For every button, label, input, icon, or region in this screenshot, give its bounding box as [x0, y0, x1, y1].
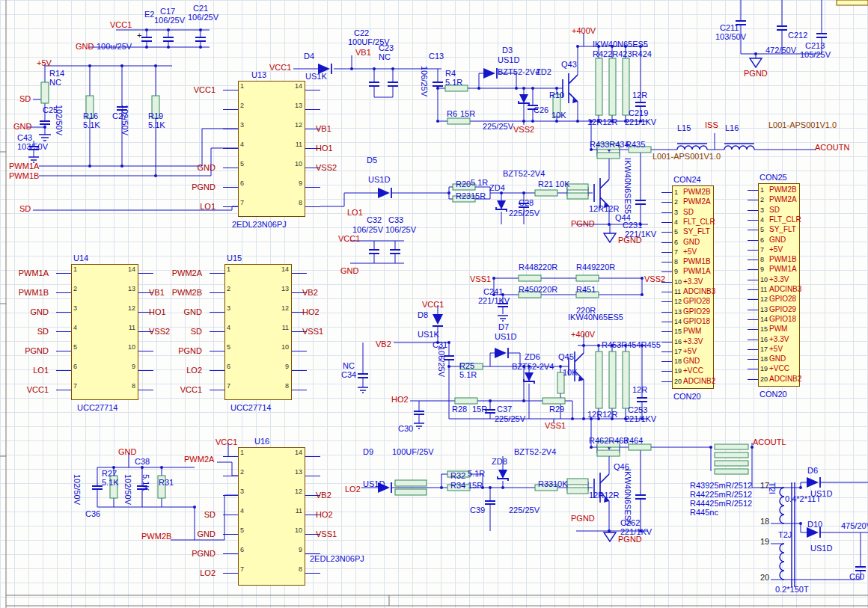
pin-number: 2 — [240, 102, 244, 109]
pin-number: 2 — [760, 196, 764, 203]
pin-stub — [661, 342, 672, 343]
pin-number: 5 — [240, 526, 244, 534]
pin-stub — [138, 390, 153, 390]
pin-number: 6 — [760, 236, 764, 244]
pin-stub — [748, 200, 758, 200]
component-label: C212 — [788, 31, 807, 40]
designator-u13: U13 — [251, 70, 266, 80]
designator-con25: CON25 — [760, 173, 787, 182]
pin-net-label: GPIO28 — [683, 297, 710, 305]
pin-stub — [748, 349, 758, 350]
part-number: 2EDL23N06PJ — [310, 554, 364, 564]
pin-number: 12 — [674, 298, 682, 305]
pin-number: 1 — [240, 449, 244, 456]
component-label: R20 — [456, 179, 471, 189]
pin-number: 12 — [269, 304, 289, 312]
net-label: VSS2 — [644, 274, 665, 284]
pin-stub — [661, 322, 672, 322]
part-number: UCC27714 — [77, 403, 117, 413]
pin-stub — [305, 90, 320, 90]
pin-net-label: PGND — [171, 549, 216, 558]
net-label: VB2 — [376, 340, 391, 349]
pin-net-label: GND — [683, 357, 700, 365]
pin-number: 4 — [73, 324, 77, 331]
component-label: 5.1K — [148, 120, 165, 130]
pin-number: 5 — [73, 343, 77, 351]
pin-number: 9 — [760, 265, 764, 273]
pin-stub — [661, 212, 672, 213]
pin-stub — [223, 534, 238, 535]
pin-number: 20 — [674, 378, 682, 385]
pin-stub — [292, 390, 307, 390]
pin-number: 7 — [240, 565, 244, 573]
net-label: LO1 — [347, 208, 363, 218]
component-label: BZT52-2V4 — [514, 447, 556, 457]
pin-stub — [748, 329, 758, 330]
diode-symbols[interactable] — [318, 64, 820, 538]
pin-net-label: VSS2 — [316, 163, 337, 172]
pin-stub — [223, 515, 238, 515]
pin-net-label: GND — [157, 307, 202, 316]
component-label: R43925mR/2512 — [690, 481, 752, 491]
component-label: NC — [343, 361, 355, 371]
component-label: ZD8 — [492, 457, 507, 467]
pin-net-label: ADCINB2 — [769, 375, 801, 383]
component-label: C21 — [193, 4, 208, 13]
pin-net-label: PWM1A — [4, 268, 49, 277]
pin-net-label: PWM — [683, 327, 701, 335]
pin-net-label: +5V — [683, 347, 697, 355]
pin-number: 11 — [269, 324, 289, 331]
pin-stub — [223, 495, 238, 496]
diode-bars — [331, 64, 820, 538]
pin-stub — [748, 319, 758, 320]
pin-stub — [223, 109, 238, 110]
component-label: 12R12R — [589, 204, 619, 214]
pin-net-label: PWM2B — [769, 185, 797, 194]
component-label: R31 — [159, 478, 174, 488]
pin-number: 15 — [674, 328, 682, 335]
component-label: D9 — [363, 447, 373, 457]
pin-stub — [661, 262, 672, 262]
pin-number: 7 — [674, 248, 678, 256]
component-label: NC — [379, 52, 391, 62]
pin-number: 14 — [760, 316, 768, 323]
pin-net-label: PGND — [171, 182, 216, 191]
component-label: BZT52-2V4 — [512, 362, 554, 372]
component-label: 0.2*150T — [775, 585, 809, 595]
component-label: R21 — [538, 179, 553, 189]
pin-stub — [748, 340, 758, 340]
designator-u14: U14 — [73, 254, 88, 263]
pin-net-label: +5V — [769, 345, 783, 353]
pin-stub — [661, 292, 672, 292]
pin-number: 1 — [227, 265, 230, 273]
pin-stub — [210, 273, 224, 274]
partial-connector — [837, 0, 868, 5]
pin-number: 4 — [240, 507, 244, 515]
pin-stub — [305, 206, 320, 207]
component-label: US1D — [810, 544, 832, 553]
pin-stub — [305, 109, 320, 110]
pin-net-label: PWM2B — [683, 188, 711, 196]
pin-net-label: PWM2A — [157, 268, 202, 277]
pin-net-label: LO1 — [4, 366, 49, 375]
component-label: E2 — [144, 10, 154, 19]
pin-net-label: GND — [171, 163, 216, 172]
component-label: BZT52-2V4 — [503, 169, 545, 179]
net-label: VB1 — [355, 48, 371, 58]
component-label: 106/25V — [385, 225, 416, 235]
pin-number: 12 — [283, 121, 302, 129]
component-label: C17 — [160, 7, 175, 16]
pin-stub — [223, 168, 238, 168]
pin-number: 10 — [116, 343, 135, 351]
pin-number-label: 17 — [760, 481, 769, 491]
component-label: C60 — [849, 572, 864, 582]
pin-number: 3 — [240, 121, 244, 129]
component-label: 225/25V — [495, 414, 525, 424]
component-label: D4 — [304, 52, 314, 61]
component-label: 225/25V — [509, 209, 540, 218]
pin-number: 6 — [227, 363, 230, 370]
component-label: C38 — [135, 457, 150, 467]
component-label: R453R454R455 — [602, 340, 661, 350]
component-label: 5.1R — [468, 469, 485, 479]
pin-number: 12 — [116, 304, 135, 312]
